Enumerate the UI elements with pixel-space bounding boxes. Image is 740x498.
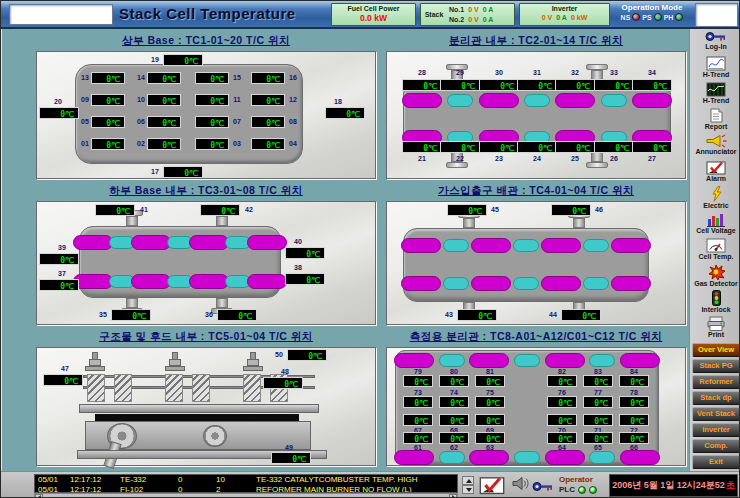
tc-label: 11 [231, 96, 243, 103]
magenta-cell-oval [247, 274, 287, 289]
sidebar-button-alarm-5[interactable]: Alarm [690, 159, 740, 185]
tc-display: 0℃ [440, 141, 480, 153]
top-plate [79, 404, 319, 413]
tc-display: 0℃ [439, 396, 469, 408]
spinner-down-button[interactable] [462, 485, 474, 494]
magenta-cell-oval [73, 274, 113, 289]
tc-display: 0℃ [285, 273, 325, 285]
alarm-row[interactable]: 05/0112:17:12TE-332010TE-332 CATALYTCOMB… [35, 475, 457, 485]
nozzle [216, 216, 228, 226]
tc-label: 21 [412, 155, 432, 162]
lightning-icon [690, 186, 740, 202]
sidebar-button-interlock-10[interactable]: Interlock [690, 289, 740, 315]
alarm-message: TE-332 CATALYTCOMBUSTER TEMP. HIGH [253, 475, 457, 485]
sidebar-button-cell-temp-8[interactable]: Cell Temp. [690, 237, 740, 263]
nozzle-flange [446, 162, 468, 168]
alarm-date: 05/01 [35, 475, 67, 485]
operator-info: Operator PLC [559, 475, 597, 495]
nav-button-over-view[interactable]: Over View [692, 343, 740, 357]
tc-display: 0℃ [479, 141, 519, 153]
sidebar-button-annunciator-4[interactable]: Annunciator [690, 133, 740, 159]
panel-title-tc4: 가스입출구 배관 : TC4-01~04 T/C 위치 [386, 184, 686, 198]
tc-label: 03 [231, 140, 243, 147]
tc-label: 49 [283, 444, 295, 451]
tc-display: 0℃ [475, 396, 505, 408]
alarm-ack-icon[interactable] [479, 475, 505, 498]
tc-display: 0℃ [619, 414, 649, 426]
flange-port [203, 425, 227, 447]
sidebar-button-gas-detector-9[interactable]: Gas Detector [690, 263, 740, 289]
tc-label: 45 [489, 206, 501, 213]
scroll-right-arrow[interactable] [449, 494, 457, 498]
spinner-up-button[interactable] [462, 476, 474, 485]
cyan-cell-oval [589, 354, 615, 367]
tc-display: 0℃ [402, 141, 442, 153]
magenta-cell-oval [394, 353, 434, 368]
fuel-cell-power-value: 0.0 kW [332, 13, 415, 24]
scroll-left-arrow[interactable] [35, 494, 43, 498]
tc-display: 0℃ [91, 72, 125, 84]
alarm-scrollbar[interactable] [34, 493, 458, 498]
sidebar-button-label: Print [690, 331, 740, 338]
sidebar-button-print-11[interactable]: Print [690, 315, 740, 341]
tc-label: 14 [135, 74, 147, 81]
magenta-cell-oval [471, 276, 511, 291]
spring [165, 374, 183, 402]
horn-icon [690, 134, 740, 148]
magenta-cell-oval [471, 238, 511, 253]
magenta-cell-oval [541, 276, 581, 291]
cyan-cell-oval [514, 354, 540, 367]
nav-button-vent-stack[interactable]: Vent Stack [692, 407, 740, 421]
sidebar-button-cell-voltage-7[interactable]: Cell Voltage [690, 211, 740, 237]
tc-display: 0℃ [551, 204, 591, 216]
tc-display: 0℃ [594, 141, 634, 153]
speaker-icon[interactable] [511, 476, 529, 495]
tc-display: 0℃ [325, 107, 365, 119]
tc-display: 0℃ [583, 396, 613, 408]
operation-mode-ns-led [632, 13, 640, 21]
alarm-row[interactable]: 05/0112:17:12FI-10202REFORMER MAIN BURNE… [35, 485, 457, 493]
magenta-cell-oval [555, 93, 595, 108]
sidebar-button-label: Annunciator [690, 148, 740, 155]
tc-display: 0℃ [402, 79, 442, 91]
cyan-cell-oval [443, 239, 469, 252]
nav-button-stack-dp[interactable]: Stack dp [692, 391, 740, 405]
sidebar-button-label: Report [690, 123, 740, 130]
magenta-cell-oval [541, 238, 581, 253]
tc-label: 79 [403, 368, 433, 375]
nav-button-comp[interactable]: Comp. [692, 439, 740, 453]
tc-display: 0℃ [403, 432, 433, 444]
tc-label: 16 [287, 74, 299, 81]
nav-button-stack-pg[interactable]: Stack PG [692, 359, 740, 373]
sidebar-button-h-trend-2[interactable]: H-Trend [690, 81, 740, 107]
nav-button-exit[interactable]: Exit [692, 455, 740, 469]
cyan-cell-oval [447, 94, 473, 107]
stack-no1-row: No.10 V0 A [447, 5, 495, 15]
operator-label: Operator [559, 475, 597, 485]
tc-display: 0℃ [583, 414, 613, 426]
page-title: Stack Cell Temperature [119, 5, 296, 22]
tc-display: 0℃ [547, 432, 577, 444]
tc-display: 0℃ [555, 79, 595, 91]
tc-label: 74 [439, 389, 469, 396]
tc-display: 0℃ [619, 396, 649, 408]
inverter-values: 0 V0 A0 kW [520, 13, 609, 23]
sidebar-button-label: Cell Voltage [690, 227, 740, 234]
operation-mode-ns-label: NS [621, 14, 631, 21]
plc-led-1 [578, 486, 586, 494]
alarm-list[interactable]: 05/0112:17:12TE-332010TE-332 CATALYTCOMB… [34, 474, 458, 493]
sidebar-button-electric-6[interactable]: Electric [690, 185, 740, 211]
cyan-cell-oval [601, 94, 627, 107]
tc-display: 0℃ [583, 432, 613, 444]
tc-display: 0℃ [403, 414, 433, 426]
sidebar-button-h-trend-1[interactable]: H-Trend [690, 55, 740, 81]
tc-display: 0℃ [163, 54, 203, 66]
tc-label: 23 [489, 155, 509, 162]
nav-button-reformer[interactable]: Reformer [692, 375, 740, 389]
seconds-suffix: 초 [726, 480, 735, 490]
nav-button-inverter[interactable]: Inverter [692, 423, 740, 437]
nozzle [591, 152, 603, 162]
sidebar-button-log-in-0[interactable]: Log-In [690, 29, 740, 55]
tc-display: 0℃ [39, 279, 79, 291]
sidebar-button-report-3[interactable]: Report [690, 107, 740, 133]
